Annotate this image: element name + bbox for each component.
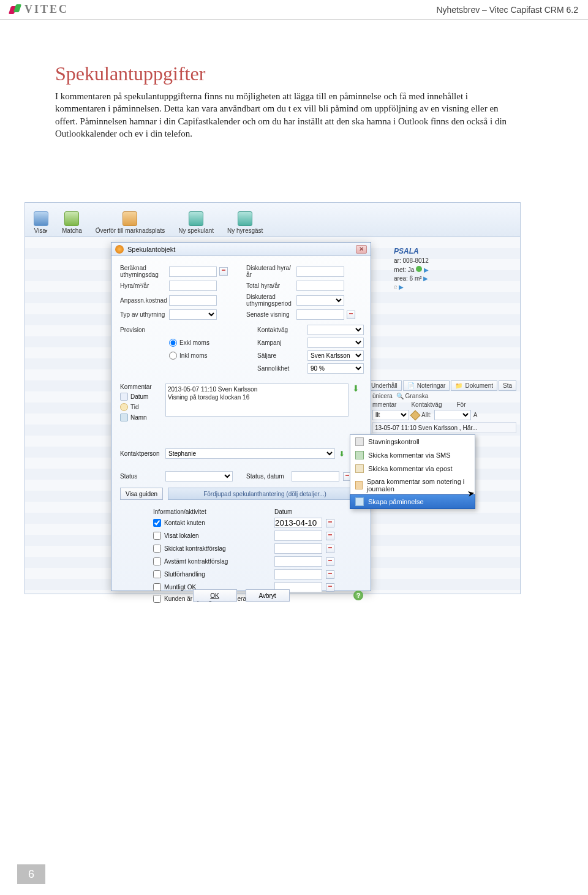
list-row[interactable]: 13-05-07 11:10 Sven Karlsson , Här...	[372, 422, 516, 433]
clock-icon	[120, 403, 128, 411]
input-beraknad[interactable]	[169, 266, 217, 277]
app-toolbar: Visa ▾ Matcha Överför till marknadsplats…	[25, 203, 520, 237]
checkbox-visat-lokalen[interactable]: Visat lokalen	[153, 532, 239, 540]
cursor-icon: ➤	[467, 488, 476, 499]
label-beraknad: Beräknad uthyrningsdag	[120, 265, 167, 278]
ctx-epost[interactable]: Skicka kommentar via epost	[350, 462, 475, 475]
tab-sta[interactable]: Sta	[499, 380, 516, 391]
checkbox-skickat-kontrakt[interactable]: Skickat kontraktförslag	[153, 545, 239, 553]
filter-select[interactable]: llt	[372, 410, 409, 420]
toolbar-ny-hyresgast[interactable]: Ny hyresgäst	[225, 210, 265, 235]
checkbox-slutforhandling[interactable]: Slutförhandling	[153, 570, 239, 578]
arrow-down-icon[interactable]: ⬇	[339, 450, 349, 458]
app-screenshot: Visa ▾ Matcha Överför till marknadsplats…	[24, 202, 521, 594]
header-info-aktivitet: Information/aktivitet	[153, 508, 239, 515]
input-hyra-m2[interactable]	[169, 281, 217, 291]
tab-noteringar[interactable]: 📄Noteringar	[403, 380, 450, 391]
match-icon	[64, 211, 79, 226]
select-disk-period[interactable]	[296, 295, 344, 306]
input-activity-date[interactable]	[274, 543, 322, 554]
expand-collapse-bar[interactable]: Fördjupad spekulanthantering (dölj detal…	[168, 488, 362, 500]
link-tid[interactable]: Tid	[120, 403, 162, 411]
subtoolbar-item[interactable]: ùnicera	[372, 393, 393, 399]
input-anpassn[interactable]	[169, 295, 217, 306]
select-status[interactable]	[165, 471, 233, 481]
label-typ: Typ av uthyrning	[120, 311, 167, 318]
right-info-line: ar: 008-8012	[394, 257, 516, 264]
select-saljare[interactable]: Sven Karlsson	[307, 350, 364, 361]
pencil-icon[interactable]	[410, 410, 421, 420]
toolbar-matcha[interactable]: Matcha	[59, 210, 85, 235]
toolbar-overfor[interactable]: Överför till marknadsplats	[93, 210, 167, 235]
checkbox-kontakt-knuten[interactable]: Kontakt knuten	[153, 519, 239, 527]
vitec-logo-icon	[10, 4, 21, 15]
col-header: mmentar	[372, 401, 396, 408]
input-total-hyra[interactable]	[296, 281, 344, 291]
ctx-sms[interactable]: Skicka kommentar via SMS	[350, 448, 475, 462]
sms-icon	[355, 451, 364, 459]
document-body: Spekulantuppgifter I kommentaren på spek…	[0, 20, 588, 140]
save-note-icon	[355, 481, 363, 489]
header-datum: Datum	[274, 508, 322, 515]
input-activity-date[interactable]	[274, 531, 322, 541]
tab-dokument[interactable]: 📁Dokument	[451, 380, 497, 391]
ctx-spara-notering[interactable]: Spara kommentar som notering i journalen	[350, 475, 475, 495]
subtoolbar-item[interactable]: 🔍 Granska	[396, 393, 429, 399]
textarea-kommentar[interactable]: 2013-05-07 11:10 Sven Karlsson Visning p…	[165, 383, 349, 417]
toolbar-ny-spekulant[interactable]: Ny spekulant	[176, 210, 216, 235]
context-menu: Stavningskontroll Skicka kommentar via S…	[350, 434, 475, 509]
comment-line: 2013-05-07 11:10 Sven Karlsson	[168, 386, 346, 394]
label-provision: Provision	[120, 327, 167, 333]
list-row-text: 13-05-07 11:10 Sven Karlsson , Här...	[375, 425, 477, 431]
calendar-icon[interactable]	[326, 557, 334, 566]
dialog-titlebar[interactable]: Spekulantobjekt ✕	[111, 243, 371, 256]
input-status-datum[interactable]	[292, 471, 339, 481]
input-activity-date[interactable]	[274, 556, 322, 567]
close-button[interactable]: ✕	[356, 245, 367, 254]
filter-label: Allt:	[421, 412, 432, 418]
ctx-stavningskontroll[interactable]: Stavningskontroll	[350, 435, 475, 448]
calendar-icon[interactable]	[347, 311, 355, 319]
user-icon	[120, 414, 128, 421]
cancel-button[interactable]: Avbryt	[246, 589, 290, 602]
input-disk-hyra[interactable]	[296, 266, 344, 277]
ctx-skapa-paminnelse[interactable]: Skapa påminnelse	[350, 494, 475, 509]
select-kampanj[interactable]	[307, 338, 364, 348]
right-tabs: 🔧Underhåll 📄Noteringar 📁Dokument Sta	[357, 380, 516, 391]
user-add-icon	[189, 211, 203, 226]
right-subtoolbar: ùnicera 🔍 Granska mmentar Kontaktväg För…	[372, 393, 516, 433]
help-icon[interactable]: ?	[353, 591, 363, 600]
calendar-icon[interactable]	[326, 519, 334, 527]
section-title: Spekulantuppgifter	[55, 62, 545, 85]
mail-icon	[355, 464, 364, 473]
label-status: Status	[120, 473, 162, 480]
label-saljare: Säljare	[257, 352, 305, 359]
right-info-line: area: 6 m²	[394, 275, 422, 282]
calendar-icon[interactable]	[326, 545, 334, 553]
select-kontaktperson[interactable]: Stephanie	[165, 448, 335, 459]
calendar-icon[interactable]	[326, 532, 334, 540]
radio-exkl-moms[interactable]: Exkl moms	[169, 339, 243, 347]
calendar-icon[interactable]	[326, 570, 334, 579]
visa-guiden-button[interactable]: Visa guiden	[120, 488, 163, 500]
right-info-line: rnet: Ja	[394, 266, 414, 273]
radio-inkl-moms[interactable]: Inkl moms	[169, 352, 243, 360]
select-kontaktvag[interactable]	[307, 325, 364, 335]
label-disk-period: Diskuterad uthyrningsperiod	[246, 293, 294, 307]
ok-button[interactable]: OK	[193, 589, 237, 602]
link-datum[interactable]: Datum	[120, 393, 162, 401]
checkbox-avstamt-kontrakt[interactable]: Avstämt kontraktförslag	[153, 557, 239, 565]
arrow-down-icon[interactable]: ⬇	[352, 383, 362, 421]
vitec-logo: VITEC	[10, 3, 69, 16]
select-sannolikhet[interactable]: 90 %	[307, 363, 364, 374]
input-activity-date[interactable]	[274, 569, 322, 580]
input-activity-date[interactable]	[274, 518, 322, 528]
input-senaste[interactable]	[296, 309, 344, 320]
select-typ[interactable]	[169, 309, 217, 320]
label-kampanj: Kampanj	[257, 339, 305, 346]
calendar-icon[interactable]	[219, 267, 228, 276]
filter-select-all[interactable]	[434, 410, 471, 420]
toolbar-visa[interactable]: Visa ▾	[31, 210, 51, 235]
link-namn[interactable]: Namn	[120, 414, 162, 421]
document-header-right: Nyhetsbrev – Vitec Capifast CRM 6.2	[436, 5, 578, 15]
